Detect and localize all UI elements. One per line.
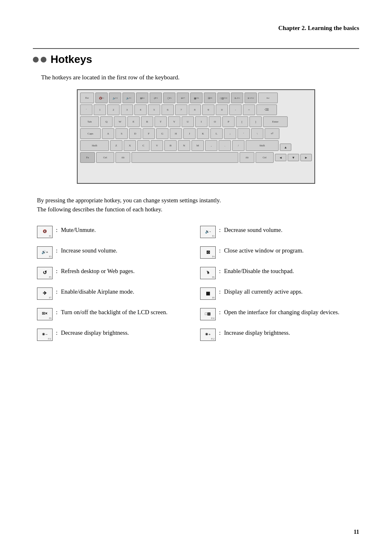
hotkey-icon-airplane: ✈ F7 [37,287,53,300]
kbd-t: T [154,116,167,127]
kbd-f4: ⊠F4 [136,93,148,103]
kbd-rshift: Shift [246,140,279,151]
kbd-alt-l: Alt [115,152,130,163]
hotkey-display-switch-label: Open the interface for changing display … [224,308,339,316]
hotkey-icon-vol-down: 🔉- F2 [200,226,216,238]
kbd-o: O [209,116,221,127]
kbd-s: S [115,128,128,139]
hotkey-mute-label: Mute/Unmute. [61,226,96,234]
kbd-enter2: ⏎ [265,128,279,139]
kbd-z: Z [110,140,122,151]
kbd-f12: ✳+F12 [244,93,257,103]
hotkey-brightnessup-icon: ✳+ [205,333,210,337]
kbd-y: Y [168,116,180,127]
kbd-enter: Enter [263,116,288,127]
kbd-backslash: \ [251,128,263,139]
intro-text: The hotkeys are located in the first row… [41,74,359,81]
hotkey-icon-vol-up: 🔊+ F3 [37,246,53,259]
kbd-fn: Fn [80,152,95,163]
kbd-esc: Esc [80,93,94,103]
hotkey-item-vol-down: 🔉- F2 : Decrease sound volume. [196,222,359,242]
hotkey-item-backlight: ☒✕ F9 : Turn on/off the backlight of the… [33,304,196,324]
kbd-m: M [191,140,204,151]
hotkey-backlight-icon: ☒✕ [42,312,48,316]
kbd-b: B [164,140,177,151]
kbd-f5: ↺F5 [150,93,162,103]
kbd-period: . [219,140,231,151]
kbd-ctrl-r: Ctrl [256,152,274,163]
kbd-row-num: ` 1 2 3 4 5 6 7 8 9 0 - = ⌫ [80,104,312,115]
hotkey-item-brightness-up: ✳+ F12 : Increase display brightness. [196,324,359,345]
hotkey-item-close: ⊠ F4 : Close active window or program. [196,242,359,263]
hotkey-airplane-icon: ✈ [43,291,47,296]
dot-2 [41,57,46,63]
hotkey-item-display-switch: □▥ F10 : Open the interface for changing… [196,304,359,324]
hotkey-active-apps-label: Display all currently active apps. [224,287,302,296]
keyboard-diagram: Esc 🔇F1 🔉F2 🔊F3 ⊠F4 ↺F5 ⬡F6 ✈F7 ▦F8 ☒F9 … [77,89,315,184]
kbd-rbracket: ] [249,116,262,127]
hotkey-item-touchpad: 🖱 F6 : Enable/Disable the touchpad. [196,263,359,283]
kbd-left: ◄ [275,154,286,161]
hotkey-icon-display-switch: □▥ F10 [200,308,216,320]
kbd-q: Q [100,116,113,127]
kbd-p: P [222,116,235,127]
section-title: Hotkeys [51,53,92,66]
kbd-quote: ' [238,128,250,139]
hotkey-icon-refresh: ↺ F5 [37,267,53,279]
hotkey-icon-touchpad: 🖱 F6 [200,267,216,279]
kbd-slash: / [232,140,244,151]
description-text: By pressing the appropriate hotkey, you … [37,196,359,214]
kbd-del: Del [258,93,278,103]
hotkey-displayswitch-icon: □▥ [205,312,211,316]
kbd-8: 8 [189,104,201,115]
hotkey-icon-brightness-down: ✳− F11 [37,329,53,341]
hotkey-mute-icon: 🔇 [43,230,47,234]
kbd-right: ► [300,154,312,161]
section-title-row: Hotkeys [33,48,359,66]
kbd-row-bottom: Fn Ctrl Alt Alt Ctrl ◄ ▼ ► [80,152,312,163]
kbd-caps: Caps [80,128,101,139]
hotkey-touchpad-label: Enable/Disable the touchpad. [224,267,294,275]
kbd-minus: - [229,104,242,115]
kbd-1: 1 [94,104,106,115]
hotkey-item-mute: 🔇 F1 : Mute/Unmute. [33,222,196,242]
hotkey-brightness-up-label: Increase display brightness. [224,329,290,337]
kbd-f2: 🔉F2 [109,93,121,103]
kbd-backtick: ` [80,104,92,115]
kbd-9: 9 [202,104,214,115]
kbd-i: I [195,116,208,127]
hotkey-refresh-icon: ↺ [43,270,47,276]
hotkey-refresh-label: Refresh desktop or Web pages. [61,267,134,275]
kbd-e: E [127,116,140,127]
kbd-6: 6 [161,104,174,115]
kbd-g: G [156,128,168,139]
chapter-header: Chapter 2. Learning the basics [33,25,359,32]
page: Chapter 2. Learning the basics Hotkeys T… [0,0,392,556]
kbd-l: L [210,128,223,139]
kbd-lshift: Shift [80,140,109,151]
kbd-space [131,152,238,163]
kbd-right-arrows: ► [300,154,312,161]
page-number: 11 [354,529,359,535]
hotkey-airplane-label: Enable/disable Airplane mode. [61,287,134,296]
dot-1 [33,57,39,63]
kbd-a: A [102,128,114,139]
kbd-f6: ⬡F6 [163,93,175,103]
hotkey-voldown-icon: 🔉- [205,230,211,234]
kbd-row-q: Tab Q W E R T Y U I O P [ ] Enter [80,116,312,127]
kbd-w: W [114,116,126,127]
hotkey-vol-up-label: Increase sound volume. [61,246,117,255]
kbd-row-z: Shift Z X C V B N M , . / Shift ▲ [80,140,312,151]
kbd-equals: = [243,104,255,115]
kbd-d: D [129,128,141,139]
hotkey-item-refresh: ↺ F5 : Refresh desktop or Web pages. [33,263,196,283]
kbd-f10: □▥F10 [217,93,230,103]
kbd-3: 3 [121,104,133,115]
kbd-n: N [178,140,190,151]
kbd-h: H [170,128,182,139]
kbd-f11: ✳-F11 [231,93,243,103]
kbd-comma: , [205,140,217,151]
hotkey-brightness-down-label: Decrease display brightness. [61,329,129,337]
hotkey-close-icon: ⊠ [206,250,210,255]
hotkey-item-brightness-down: ✳− F11 : Decrease display brightness. [33,324,196,345]
